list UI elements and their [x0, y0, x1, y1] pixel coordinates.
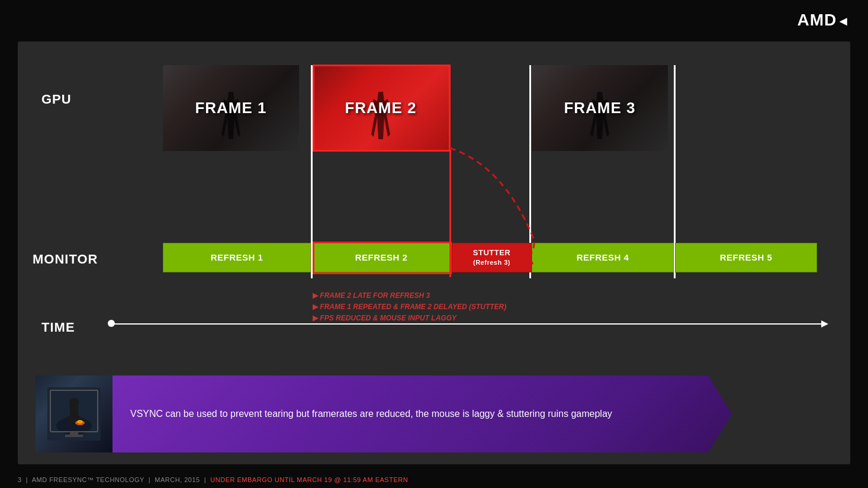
frame1-label: FRAME 1	[195, 99, 266, 117]
refresh4-box: REFRESH 4	[532, 243, 674, 272]
footer-sep3: |	[204, 476, 206, 483]
amd-logo: AMD◄	[797, 11, 850, 30]
refresh5-box: REFRESH 5	[675, 243, 817, 272]
refresh4-label: REFRESH 4	[577, 252, 629, 263]
svg-rect-11	[65, 435, 83, 437]
footer-brand: AMD FREESYNC™ TECHNOLOGY	[32, 476, 144, 483]
svg-point-8	[77, 420, 83, 423]
refresh1-box: REFRESH 1	[163, 243, 311, 272]
footer-page-num: 3	[18, 476, 22, 483]
time-label: TIME	[41, 320, 75, 335]
footer-sep1: |	[26, 476, 28, 483]
logo-arrow: ◄	[837, 14, 850, 28]
footer: 3 | AMD FREESYNC™ TECHNOLOGY | MARCH, 20…	[18, 476, 408, 483]
dashed-arrow	[314, 118, 539, 284]
refresh5-label: REFRESH 5	[720, 252, 773, 263]
svg-point-4	[69, 398, 79, 407]
gpu-label: GPU	[41, 92, 72, 107]
frame3-box: FRAME 3	[532, 65, 668, 151]
annotation-1: FRAME 2 LATE FOR REFRESH 3	[313, 290, 506, 301]
footer-embargo: UNDER EMBARGO UNTIL MARCH 19 @ 11:59 AM …	[210, 476, 408, 483]
footer-sep2: |	[149, 476, 150, 483]
monitor-image-svg	[47, 387, 101, 441]
frame1-box: FRAME 1	[163, 65, 299, 151]
monitor-label: MONITOR	[33, 252, 98, 267]
annotations: FRAME 2 LATE FOR REFRESH 3 FRAME 1 REPEA…	[313, 290, 506, 325]
footer-date: MARCH, 2015	[155, 476, 200, 483]
info-text-content: VSYNC can be used to prevent tearing but…	[130, 409, 612, 419]
annotation-3: FPS REDUCED & MOUSE INPUT LAGGY	[313, 313, 506, 324]
logo-text: AMD	[797, 11, 837, 29]
info-text: VSYNC can be used to prevent tearing but…	[112, 397, 630, 431]
annotation-2: FRAME 1 REPEATED & FRAME 2 DELAYED (STUT…	[313, 301, 506, 313]
info-box: VSYNC can be used to prevent tearing but…	[36, 375, 732, 452]
slide-container: GPU MONITOR TIME FRAME 1 FRAME 2 FRAME 3	[18, 41, 850, 464]
info-image	[36, 375, 112, 452]
refresh1-label: REFRESH 1	[211, 252, 263, 263]
frame3-label: FRAME 3	[564, 99, 635, 117]
